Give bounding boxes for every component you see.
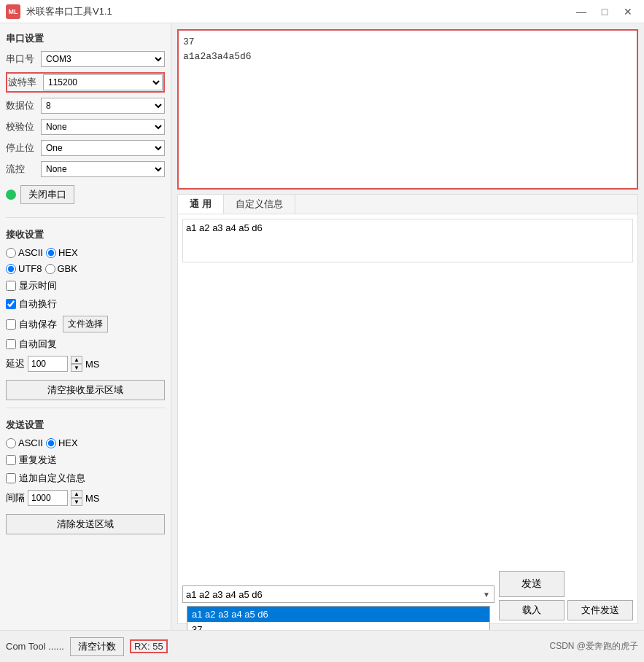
file-send-button[interactable]: 文件发送	[567, 600, 633, 620]
titlebar: ML 米联客串口工具V1.1 — □ ✕	[0, 0, 644, 23]
receive-line-1: 37	[183, 35, 632, 50]
baud-label: 波特率	[8, 76, 43, 89]
clear-recv-button[interactable]: 清空接收显示区域	[6, 380, 165, 400]
stopbits-select[interactable]: One	[41, 140, 165, 156]
show-time-label: 显示时间	[19, 279, 57, 292]
databits-select[interactable]: 8	[41, 98, 165, 114]
action-buttons: 载入 文件发送	[499, 600, 633, 620]
clear-count-button[interactable]: 清空计数	[70, 637, 124, 656]
left-panel: 串口设置 串口号 COM3 波特率 115200 数据位 8 校验位 None	[0, 23, 171, 630]
send-section-title: 发送设置	[6, 418, 165, 432]
auto-newline-label: 自动换行	[19, 297, 57, 311]
port-status-indicator	[6, 190, 16, 200]
right-panel: 37 a1a2a3a4a5d6 通 用 自定义信息 a1 a2 a3 a4 a5…	[171, 23, 644, 630]
file-select-button[interactable]: 文件选择	[63, 316, 108, 332]
load-button[interactable]: 载入	[499, 600, 565, 620]
utf8-radio-item[interactable]: UTF8	[6, 263, 42, 274]
port-label: 串口号	[6, 52, 41, 66]
auto-reply-row: 自动回复	[6, 338, 165, 351]
delay-unit-label: MS	[85, 359, 100, 370]
close-button[interactable]: ✕	[618, 4, 638, 19]
send-input-area: a1 a2 a3 a4 a5 d6	[178, 214, 637, 568]
parity-select[interactable]: None	[41, 119, 165, 135]
receive-section-title: 接收设置	[6, 228, 165, 241]
interval-down-button[interactable]: ▼	[71, 498, 82, 506]
gbk-radio[interactable]	[45, 264, 55, 274]
flow-label: 流控	[6, 163, 41, 176]
utf8-radio[interactable]	[6, 264, 16, 274]
send-btn-area: 发送 载入 文件发送	[499, 571, 633, 620]
send-ascii-label: ASCII	[18, 437, 43, 448]
delay-spinner: ▲ ▼	[71, 356, 82, 372]
interval-label: 间隔	[6, 491, 25, 505]
auto-newline-checkbox[interactable]	[6, 299, 16, 309]
auto-reply-checkbox[interactable]	[6, 339, 16, 349]
databits-label: 数据位	[6, 99, 41, 112]
interval-unit-label: MS	[85, 493, 100, 504]
stopbits-label: 停止位	[6, 141, 41, 155]
port-select[interactable]: COM3	[41, 51, 165, 67]
ascii-radio[interactable]	[6, 248, 16, 258]
send-ascii-radio-item[interactable]: ASCII	[6, 437, 43, 448]
send-button[interactable]: 发送	[499, 571, 565, 597]
dropdown-popup[interactable]: a1 a2 a3 a4 a5 d6 37 55	[187, 606, 490, 630]
repeat-send-checkbox[interactable]	[6, 455, 16, 465]
hex-radio-label: HEX	[58, 247, 78, 258]
tab-general[interactable]: 通 用	[178, 195, 224, 214]
send-controls: a1 a2 a3 a4 a5 d6 37 55 ▼ a1 a2 a3 a4 a5…	[178, 568, 637, 623]
receive-line-2: a1a2a3a4a5d6	[183, 50, 632, 64]
send-textarea[interactable]: a1 a2 a3 a4 a5 d6	[182, 219, 633, 262]
interval-up-button[interactable]: ▲	[71, 490, 82, 498]
auto-save-label: 自动保存	[19, 318, 57, 331]
auto-save-checkbox[interactable]	[6, 319, 16, 330]
append-info-checkbox[interactable]	[6, 473, 16, 483]
bottom-section: 通 用 自定义信息 a1 a2 a3 a4 a5 d6 a1 a2 a3 a4 …	[177, 194, 638, 624]
gbk-radio-label: GBK	[58, 263, 77, 274]
parity-row: 校验位 None	[6, 119, 165, 135]
send-hex-radio-item[interactable]: HEX	[46, 437, 78, 448]
clear-send-button[interactable]: 清除发送区域	[6, 514, 165, 534]
flow-select[interactable]: None	[41, 161, 165, 177]
gbk-radio-item[interactable]: GBK	[45, 263, 77, 274]
minimize-button[interactable]: —	[571, 4, 591, 19]
repeat-send-label: 重复发送	[19, 453, 57, 467]
receive-display: 37 a1a2a3a4a5d6	[177, 29, 638, 190]
port-row: 串口号 COM3	[6, 51, 165, 67]
divider-2	[6, 408, 165, 408]
tab-custom[interactable]: 自定义信息	[224, 195, 295, 214]
interval-row: 间隔 ▲ ▼ MS	[6, 490, 165, 506]
hex-radio[interactable]	[46, 248, 56, 258]
append-info-label: 追加自定义信息	[19, 472, 85, 485]
send-ascii-radio[interactable]	[6, 438, 16, 448]
auto-save-row: 自动保存 文件选择	[6, 316, 165, 332]
delay-row: 延迟 ▲ ▼ MS	[6, 356, 165, 372]
send-hex-radio[interactable]	[46, 438, 56, 448]
app-icon-text: ML	[9, 8, 18, 15]
delay-down-button[interactable]: ▼	[71, 364, 82, 372]
append-info-row: 追加自定义信息	[6, 472, 165, 485]
show-time-row: 显示时间	[6, 279, 165, 292]
send-hex-label: HEX	[58, 437, 78, 448]
receive-encoding-group: UTF8 GBK	[6, 263, 165, 274]
serial-section-title: 串口设置	[6, 32, 165, 45]
com-tool-label: Com Tool ......	[6, 641, 64, 652]
delay-input[interactable]	[28, 356, 68, 372]
databits-row: 数据位 8	[6, 98, 165, 114]
send-format-group: ASCII HEX	[6, 437, 165, 448]
open-port-button[interactable]: 关闭串口	[20, 185, 74, 204]
ascii-radio-item[interactable]: ASCII	[6, 247, 43, 258]
rx-display: RX: 55	[130, 639, 168, 653]
rx-value: 55	[152, 641, 163, 652]
send-history-select[interactable]: a1 a2 a3 a4 a5 d6 37 55	[182, 585, 494, 603]
hex-radio-item[interactable]: HEX	[46, 247, 78, 258]
dropdown-item-2[interactable]: 37	[187, 622, 489, 630]
send-dropdown-area: a1 a2 a3 a4 a5 d6 37 55 ▼ a1 a2 a3 a4 a5…	[182, 585, 494, 606]
divider-1	[6, 217, 165, 218]
interval-input[interactable]	[28, 490, 68, 506]
interval-spinner: ▲ ▼	[71, 490, 82, 506]
dropdown-item-1[interactable]: a1 a2 a3 a4 a5 d6	[187, 607, 489, 622]
maximize-button[interactable]: □	[594, 4, 615, 19]
baud-select[interactable]: 115200	[43, 74, 163, 90]
show-time-checkbox[interactable]	[6, 281, 16, 291]
delay-up-button[interactable]: ▲	[71, 356, 82, 364]
